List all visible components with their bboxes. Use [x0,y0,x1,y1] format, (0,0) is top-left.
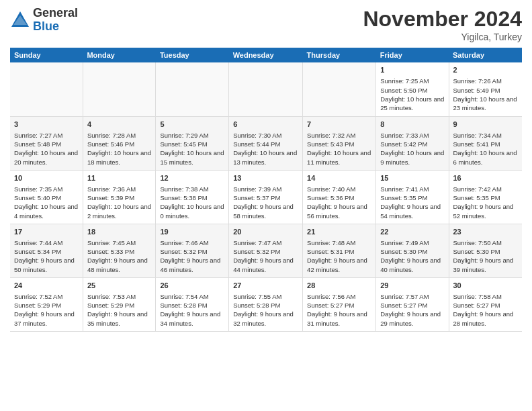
calendar-cell: 23Sunrise: 7:50 AMSunset: 5:30 PMDayligh… [449,224,522,277]
day-info: Sunrise: 7:38 AM [160,185,224,193]
day-number: 16 [453,173,519,183]
day-info: Sunset: 5:27 PM [453,301,519,310]
day-number: 12 [160,173,224,183]
calendar-cell: 30Sunrise: 7:58 AMSunset: 5:27 PMDayligh… [449,277,522,331]
calendar-cell: 12Sunrise: 7:38 AMSunset: 5:38 PMDayligh… [156,170,229,224]
day-info: Daylight: 10 hours and 4 minutes. [14,202,79,220]
day-info: Sunset: 5:30 PM [380,247,444,256]
day-info: Sunset: 5:27 PM [307,301,371,310]
col-friday: Friday [376,48,449,62]
calendar-cell: 2Sunrise: 7:26 AMSunset: 5:49 PMDaylight… [449,62,522,116]
day-number: 11 [87,173,152,183]
calendar-week-1: 1Sunrise: 7:25 AMSunset: 5:50 PMDaylight… [10,62,522,116]
day-info: Daylight: 10 hours and 25 minutes. [380,95,444,113]
day-info: Sunrise: 7:25 AM [380,77,444,85]
day-info: Sunset: 5:28 PM [233,301,298,310]
calendar-table: Sunday Monday Tuesday Wednesday Thursday… [10,48,522,332]
day-number: 13 [233,173,298,183]
calendar-cell: 25Sunrise: 7:53 AMSunset: 5:29 PMDayligh… [83,277,156,331]
day-info: Sunset: 5:43 PM [307,140,371,148]
logo-blue: Blue [33,20,78,34]
logo-general: General [33,7,78,20]
day-number: 2 [453,65,519,75]
day-info: Daylight: 10 hours and 0 minutes. [160,202,224,220]
day-number: 27 [233,281,298,291]
calendar-week-5: 24Sunrise: 7:52 AMSunset: 5:29 PMDayligh… [10,277,522,331]
day-number: 10 [14,173,79,183]
calendar-cell: 17Sunrise: 7:44 AMSunset: 5:34 PMDayligh… [10,224,83,277]
day-info: Sunset: 5:36 PM [307,193,371,202]
day-info: Sunrise: 7:33 AM [380,131,444,140]
day-info: Daylight: 9 hours and 42 minutes. [307,256,371,274]
month-title: November 2024 [363,7,522,32]
day-info: Daylight: 10 hours and 9 minutes. [380,148,444,167]
day-info: Sunset: 5:42 PM [380,140,444,148]
day-info: Sunrise: 7:52 AM [14,292,79,301]
day-info: Sunrise: 7:48 AM [307,238,371,247]
day-number: 22 [380,227,444,237]
day-info: Daylight: 10 hours and 20 minutes. [14,148,79,167]
day-number: 28 [307,281,371,291]
day-info: Daylight: 9 hours and 35 minutes. [87,310,152,328]
day-info: Sunrise: 7:44 AM [14,238,79,247]
day-info: Sunset: 5:49 PM [453,86,519,95]
location: Yigilca, Turkey [363,32,522,42]
calendar-cell [156,62,229,116]
day-info: Sunrise: 7:57 AM [380,292,444,301]
day-info: Sunset: 5:39 PM [87,193,152,202]
calendar-cell: 4Sunrise: 7:28 AMSunset: 5:46 PMDaylight… [83,116,156,170]
day-number: 8 [380,120,444,130]
day-info: Sunset: 5:48 PM [14,140,79,148]
calendar-cell: 18Sunrise: 7:45 AMSunset: 5:33 PMDayligh… [83,224,156,277]
col-saturday: Saturday [449,48,522,62]
logo-text: General Blue [33,7,78,34]
day-info: Daylight: 9 hours and 29 minutes. [380,310,444,328]
day-number: 17 [14,227,79,237]
day-info: Daylight: 9 hours and 52 minutes. [453,202,519,220]
day-info: Daylight: 9 hours and 37 minutes. [14,310,79,328]
day-info: Daylight: 9 hours and 50 minutes. [14,256,79,274]
day-info: Sunrise: 7:56 AM [307,292,371,301]
day-info: Daylight: 10 hours and 15 minutes. [160,148,224,167]
day-info: Sunrise: 7:58 AM [453,292,519,301]
calendar-week-2: 3Sunrise: 7:27 AMSunset: 5:48 PMDaylight… [10,116,522,170]
calendar-cell [10,62,83,116]
header-row: Sunday Monday Tuesday Wednesday Thursday… [10,48,522,62]
day-info: Daylight: 9 hours and 39 minutes. [453,256,519,274]
day-info: Sunset: 5:41 PM [453,140,519,148]
day-info: Daylight: 10 hours and 18 minutes. [87,148,152,167]
day-info: Sunset: 5:33 PM [87,247,152,256]
day-number: 3 [14,120,79,130]
day-info: Sunrise: 7:46 AM [160,238,224,247]
day-info: Sunset: 5:32 PM [160,247,224,256]
day-info: Sunrise: 7:26 AM [453,77,519,85]
calendar-header: Sunday Monday Tuesday Wednesday Thursday… [10,48,522,62]
day-info: Sunset: 5:45 PM [160,140,224,148]
calendar-cell: 19Sunrise: 7:46 AMSunset: 5:32 PMDayligh… [156,224,229,277]
day-number: 25 [87,281,152,291]
day-info: Sunrise: 7:53 AM [87,292,152,301]
calendar-cell: 13Sunrise: 7:39 AMSunset: 5:37 PMDayligh… [229,170,303,224]
day-info: Sunrise: 7:27 AM [14,131,79,140]
calendar-body: 1Sunrise: 7:25 AMSunset: 5:50 PMDaylight… [10,62,522,331]
day-info: Daylight: 10 hours and 6 minutes. [453,148,519,167]
calendar-cell: 3Sunrise: 7:27 AMSunset: 5:48 PMDaylight… [10,116,83,170]
day-info: Sunset: 5:27 PM [380,301,444,310]
page-container: General Blue November 2024 Yigilca, Turk… [0,0,532,338]
day-info: Sunset: 5:35 PM [380,193,444,202]
day-number: 14 [307,173,371,183]
day-info: Sunset: 5:30 PM [453,247,519,256]
calendar-cell: 24Sunrise: 7:52 AMSunset: 5:29 PMDayligh… [10,277,83,331]
day-info: Daylight: 10 hours and 23 minutes. [453,95,519,113]
day-info: Daylight: 9 hours and 34 minutes. [160,310,224,328]
day-info: Sunset: 5:31 PM [307,247,371,256]
day-info: Sunset: 5:29 PM [87,301,152,310]
calendar-cell: 16Sunrise: 7:42 AMSunset: 5:35 PMDayligh… [449,170,522,224]
day-info: Sunset: 5:35 PM [453,193,519,202]
title-section: November 2024 Yigilca, Turkey [363,7,522,42]
day-number: 5 [160,120,224,130]
day-number: 23 [453,227,519,237]
calendar-cell: 21Sunrise: 7:48 AMSunset: 5:31 PMDayligh… [303,224,376,277]
day-info: Sunrise: 7:41 AM [380,185,444,193]
day-info: Sunrise: 7:47 AM [233,238,298,247]
